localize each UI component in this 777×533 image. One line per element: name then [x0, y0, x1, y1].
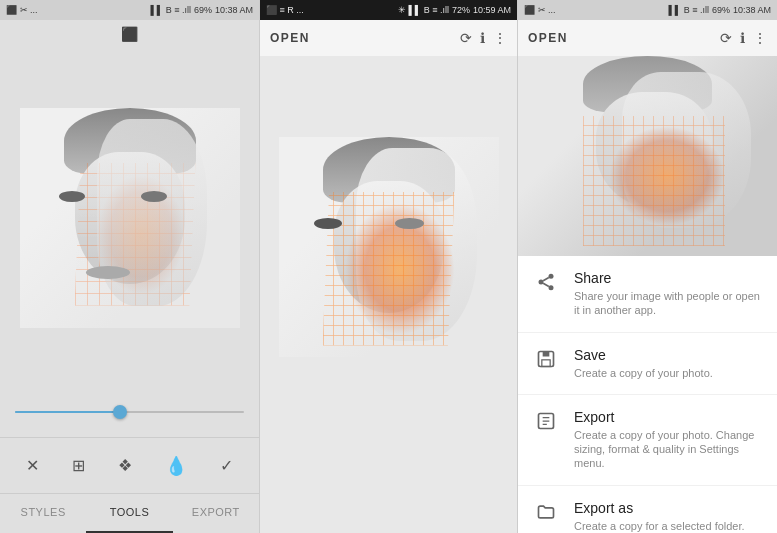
save-menu-text: Save Create a copy of your photo.	[574, 347, 761, 380]
export-tab[interactable]: EXPORT	[173, 493, 259, 533]
photo-panel1	[20, 108, 240, 328]
layers-button[interactable]: ❖	[118, 456, 132, 475]
eye-right-p1	[141, 191, 167, 202]
time-p2: 10:59 AM	[473, 5, 511, 15]
status-bar-panel3: ⬛ ✂ ... ▌▌ B ≡ .ıll 69% 10:38 AM	[518, 0, 777, 20]
status-icons-p2: ⬛ ≡ R ...	[266, 5, 304, 15]
lips-p1	[86, 266, 130, 279]
more-icon-p3[interactable]: ⋮	[753, 30, 767, 46]
image-area-panel2	[260, 56, 517, 437]
thumbnail-face-p3	[518, 56, 777, 256]
app-bar-icons-p2: ⟳ ℹ ⋮	[460, 30, 507, 46]
battery-p3: 69%	[712, 5, 730, 15]
status-left-panel2: ⬛ ≡ R ...	[266, 5, 304, 15]
status-bar-panel2: ⬛ ≡ R ... ✳ ▌▌ B ≡ .ıll 72% 10:59 AM	[260, 0, 517, 20]
time-p3: 10:38 AM	[733, 5, 771, 15]
app-bar-icons-p3: ⟳ ℹ ⋮	[720, 30, 767, 46]
bt-icon-p2: ✳ ▌▌ B ≡ .ıll	[398, 5, 449, 15]
export-menu-text: Export Create a copy of your photo. Chan…	[574, 409, 761, 471]
thumbnail-image-p3	[518, 56, 777, 256]
collapse-icon-area: ⬛	[0, 20, 259, 48]
info-icon-p3[interactable]: ℹ	[740, 30, 745, 46]
save-desc: Create a copy of your photo.	[574, 366, 761, 380]
eye-right-p2	[395, 218, 424, 229]
circuit-overlay-p2	[323, 192, 455, 346]
export-as-title: Export as	[574, 500, 761, 516]
eye-left-p2	[314, 218, 343, 229]
share-menu-item[interactable]: Share Share your image with people or op…	[518, 256, 777, 333]
app-bar-title-p3: OPEN	[528, 31, 568, 45]
spacer-panel2	[260, 437, 517, 533]
slider-area-p1	[0, 387, 259, 437]
share-icon-p2[interactable]: ⟳	[460, 30, 472, 46]
status-right-panel3: ▌▌ B ≡ .ıll 69% 10:38 AM	[668, 5, 771, 15]
styles-tab[interactable]: STYLES	[0, 493, 86, 533]
status-time-p1: ⬛ ✂ ...	[6, 5, 38, 15]
thumb-circuit	[583, 116, 725, 246]
share-icon-p3[interactable]: ⟳	[720, 30, 732, 46]
share-icon-menu	[534, 272, 558, 297]
close-button[interactable]: ✕	[26, 456, 39, 475]
info-icon-p2[interactable]: ℹ	[480, 30, 485, 46]
panel-1: ⬛ ✂ ... ▌▌ B ≡ .ıll 69% 10:38 AM ⬛	[0, 0, 260, 533]
slider-track-p1[interactable]	[15, 411, 244, 413]
save-menu-item[interactable]: Save Create a copy of your photo.	[518, 333, 777, 395]
check-button[interactable]: ✓	[220, 456, 233, 475]
save-icon-menu	[534, 349, 558, 374]
svg-point-2	[549, 285, 554, 290]
battery-p2: 72%	[452, 5, 470, 15]
share-menu-text: Share Share your image with people or op…	[574, 270, 761, 318]
add-image-button[interactable]: ⊞	[72, 456, 85, 475]
collapse-icon[interactable]: ⬛	[121, 26, 138, 42]
slider-thumb-p1[interactable]	[113, 405, 127, 419]
water-brush-button[interactable]: 💧	[165, 455, 187, 477]
tab-bar-p1: STYLES TOOLs EXPORT	[0, 493, 259, 533]
face-art-panel1	[20, 108, 240, 328]
battery-p1: 69%	[194, 5, 212, 15]
export-menu-item[interactable]: Export Create a copy of your photo. Chan…	[518, 395, 777, 486]
face-art-panel2	[279, 137, 499, 357]
more-icon-p2[interactable]: ⋮	[493, 30, 507, 46]
panel-2: ⬛ ≡ R ... ✳ ▌▌ B ≡ .ıll 72% 10:59 AM OPE…	[260, 0, 518, 533]
export-as-desc: Create a copy for a selected folder.	[574, 519, 761, 533]
app-bar-title-p2: OPEN	[270, 31, 310, 45]
svg-line-4	[543, 277, 549, 280]
export-title: Export	[574, 409, 761, 425]
status-bar-panel1: ⬛ ✂ ... ▌▌ B ≡ .ıll 69% 10:38 AM	[0, 0, 259, 20]
export-as-menu-item[interactable]: Export as Create a copy for a selected f…	[518, 486, 777, 533]
bottom-toolbar-p1: ✕ ⊞ ❖ 💧 ✓	[0, 437, 259, 493]
slider-fill-p1	[15, 411, 118, 413]
tools-tab[interactable]: TOOLs	[86, 493, 172, 533]
status-left-panel1: ⬛ ✂ ...	[6, 5, 38, 15]
status-right-panel1: ▌▌ B ≡ .ıll 69% 10:38 AM	[150, 5, 253, 15]
svg-point-0	[549, 274, 554, 279]
menu-area-p3: Share Share your image with people or op…	[518, 256, 777, 533]
share-title: Share	[574, 270, 761, 286]
save-title: Save	[574, 347, 761, 363]
status-right-panel2: ✳ ▌▌ B ≡ .ıll 72% 10:59 AM	[398, 5, 511, 15]
photo-panel2	[279, 137, 499, 357]
export-as-menu-text: Export as Create a copy for a selected f…	[574, 500, 761, 533]
svg-rect-6	[543, 351, 550, 356]
panel-3: ⬛ ✂ ... ▌▌ B ≡ .ıll 69% 10:38 AM OPEN ⟳ …	[518, 0, 777, 533]
status-left-panel3: ⬛ ✂ ...	[524, 5, 556, 15]
status-icons-p3: ⬛ ✂ ...	[524, 5, 556, 15]
signal-icon-p1: ▌▌ B ≡ .ıll	[150, 5, 191, 15]
svg-line-3	[543, 283, 549, 286]
signal-p3: ▌▌ B ≡ .ıll	[668, 5, 709, 15]
app-bar-panel2: OPEN ⟳ ℹ ⋮	[260, 20, 517, 56]
image-area-panel1	[0, 48, 259, 387]
share-desc: Share your image with people or open it …	[574, 289, 761, 318]
export-as-icon-menu	[534, 502, 558, 527]
svg-point-1	[539, 280, 544, 285]
app-bar-panel3: OPEN ⟳ ℹ ⋮	[518, 20, 777, 56]
export-desc: Create a copy of your photo. Change sizi…	[574, 428, 761, 471]
svg-rect-7	[542, 359, 550, 366]
time-p1: 10:38 AM	[215, 5, 253, 15]
export-icon-menu	[534, 411, 558, 436]
